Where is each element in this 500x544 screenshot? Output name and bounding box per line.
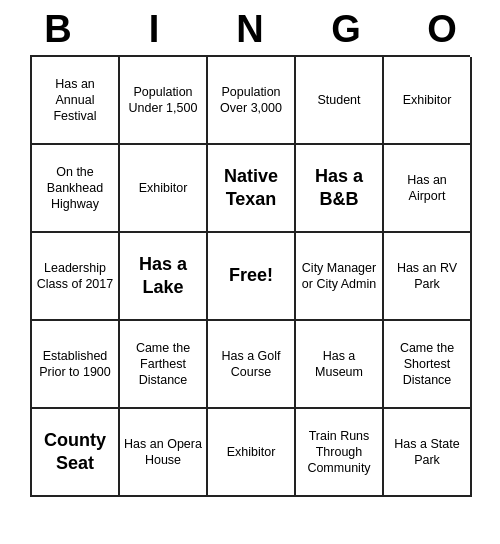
cell-r1-c4: Has an Airport bbox=[384, 145, 472, 233]
cell-r1-c0: On the Bankhead Highway bbox=[32, 145, 120, 233]
cell-r0-c1: Population Under 1,500 bbox=[120, 57, 208, 145]
cell-r0-c3: Student bbox=[296, 57, 384, 145]
cell-r2-c4: Has an RV Park bbox=[384, 233, 472, 321]
header-letter-b: B bbox=[14, 8, 102, 51]
cell-r4-c4: Has a State Park bbox=[384, 409, 472, 497]
cell-r3-c1: Came the Farthest Distance bbox=[120, 321, 208, 409]
header-letter-g: G bbox=[302, 8, 390, 51]
cell-r2-c3: City Manager or City Admin bbox=[296, 233, 384, 321]
cell-r0-c2: Population Over 3,000 bbox=[208, 57, 296, 145]
cell-r1-c3: Has a B&B bbox=[296, 145, 384, 233]
cell-r0-c4: Exhibitor bbox=[384, 57, 472, 145]
cell-r4-c0: County Seat bbox=[32, 409, 120, 497]
cell-r3-c4: Came the Shortest Distance bbox=[384, 321, 472, 409]
bingo-grid: Has an Annual FestivalPopulation Under 1… bbox=[30, 55, 470, 497]
cell-r2-c2: Free! bbox=[208, 233, 296, 321]
cell-r4-c2: Exhibitor bbox=[208, 409, 296, 497]
cell-r2-c1: Has a Lake bbox=[120, 233, 208, 321]
header-letter-o: O bbox=[398, 8, 486, 51]
bingo-header: BINGO bbox=[10, 0, 490, 55]
cell-r0-c0: Has an Annual Festival bbox=[32, 57, 120, 145]
cell-r3-c0: Established Prior to 1900 bbox=[32, 321, 120, 409]
cell-r1-c2: Native Texan bbox=[208, 145, 296, 233]
cell-r4-c3: Train Runs Through Community bbox=[296, 409, 384, 497]
cell-r3-c3: Has a Museum bbox=[296, 321, 384, 409]
header-letter-n: N bbox=[206, 8, 294, 51]
cell-r2-c0: Leadership Class of 2017 bbox=[32, 233, 120, 321]
cell-r4-c1: Has an Opera House bbox=[120, 409, 208, 497]
cell-r1-c1: Exhibitor bbox=[120, 145, 208, 233]
header-letter-i: I bbox=[110, 8, 198, 51]
cell-r3-c2: Has a Golf Course bbox=[208, 321, 296, 409]
